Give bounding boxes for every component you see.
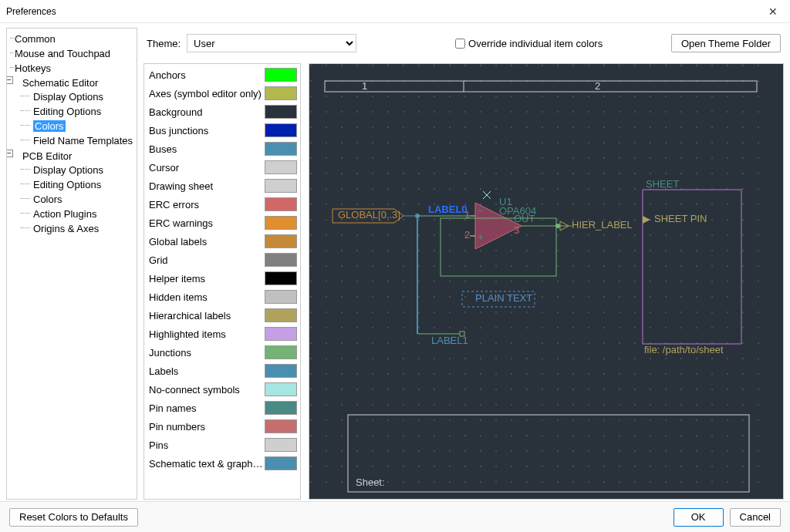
color-name: Global labels <box>149 236 265 247</box>
preferences-tree: Common Mouse and Touchpad Hotkeys − Sche… <box>6 28 137 500</box>
color-swatch[interactable] <box>265 345 297 359</box>
color-name: Pin names <box>149 402 265 414</box>
color-swatch[interactable] <box>265 253 297 267</box>
color-list[interactable]: AnchorsAxes (symbol editor only)Backgrou… <box>143 63 301 500</box>
window-title: Preferences <box>6 6 56 17</box>
color-item[interactable]: Axes (symbol editor only) <box>144 84 300 103</box>
color-swatch[interactable] <box>265 438 297 452</box>
tree-pcb-actionplugins[interactable]: Action Plugins <box>25 207 133 221</box>
color-name: Drawing sheet <box>149 180 265 192</box>
svg-rect-1 <box>309 64 772 496</box>
color-item[interactable]: ERC warnings <box>144 214 300 232</box>
color-swatch[interactable] <box>265 86 297 100</box>
ok-button[interactable]: OK <box>674 508 724 527</box>
label0: LABEL0 <box>428 204 468 215</box>
tree-hotkeys[interactable]: Hotkeys <box>7 61 137 76</box>
color-item[interactable]: Global labels <box>144 232 300 251</box>
open-theme-folder-button[interactable]: Open Theme Folder <box>671 34 781 52</box>
pin-3: 3 <box>514 224 519 236</box>
pin-1: 1 <box>464 209 470 221</box>
tree-common[interactable]: Common <box>7 32 137 46</box>
override-checkbox[interactable] <box>455 39 465 49</box>
color-item[interactable]: Pin names <box>144 399 300 417</box>
sheet-footer: Sheet: <box>356 476 385 488</box>
color-name: Labels <box>149 365 265 377</box>
color-item[interactable]: Buses <box>144 140 300 158</box>
color-item[interactable]: Drawing sheet <box>144 177 300 195</box>
sheet-pin-label: SHEET PIN <box>654 213 707 224</box>
color-item[interactable]: ERC errors <box>144 195 300 214</box>
color-swatch[interactable] <box>265 364 297 378</box>
reset-colors-button[interactable]: Reset Colors to Defaults <box>9 508 138 527</box>
color-item[interactable]: Bus junctions <box>144 121 300 140</box>
tree-pcb-display[interactable]: Display Options <box>25 163 133 177</box>
color-swatch[interactable] <box>265 308 297 322</box>
pin-2: 2 <box>464 229 470 241</box>
label1: LABEL1 <box>431 335 468 346</box>
color-name: Bus junctions <box>149 125 265 136</box>
color-name: Background <box>149 106 265 118</box>
tree-schematic-editor[interactable]: − Schematic Editor Display Options Editi… <box>7 76 137 149</box>
override-label[interactable]: Override individual item colors <box>455 38 603 49</box>
tree-mouse[interactable]: Mouse and Touchpad <box>7 46 137 61</box>
color-name: Hierarchical labels <box>149 310 265 322</box>
ruler-1: 1 <box>362 80 367 92</box>
color-name: No-connect symbols <box>149 384 265 396</box>
color-name: Hidden items <box>149 291 265 303</box>
color-swatch[interactable] <box>265 234 297 248</box>
collapse-icon[interactable]: − <box>6 150 13 157</box>
color-swatch[interactable] <box>265 456 297 470</box>
color-swatch[interactable] <box>265 216 297 230</box>
color-item[interactable]: Background <box>144 103 300 121</box>
theme-select[interactable]: User <box>187 34 356 52</box>
cancel-button[interactable]: Cancel <box>730 508 781 527</box>
tree-pcb-editing[interactable]: Editing Options <box>25 177 133 192</box>
tree-sch-colors[interactable]: Colors <box>25 119 133 133</box>
color-name: Cursor <box>149 162 265 173</box>
color-item[interactable]: Hierarchical labels <box>144 306 300 325</box>
color-swatch[interactable] <box>265 401 297 415</box>
color-swatch[interactable] <box>265 160 297 174</box>
color-swatch[interactable] <box>265 179 297 193</box>
tree-pcb-origins[interactable]: Origins & Axes <box>25 221 133 236</box>
tree-pcb-colors[interactable]: Colors <box>25 192 133 207</box>
tree-sch-display[interactable]: Display Options <box>25 89 133 104</box>
color-name: ERC warnings <box>149 217 265 229</box>
color-item[interactable]: Grid <box>144 251 300 269</box>
collapse-icon[interactable]: − <box>6 76 13 84</box>
color-item[interactable]: Schematic text & graphics <box>144 454 300 473</box>
close-icon[interactable]: ✕ <box>762 2 784 21</box>
color-swatch[interactable] <box>265 382 297 396</box>
tree-sch-editing[interactable]: Editing Options <box>25 104 133 119</box>
tree-sch-fieldnames[interactable]: Field Name Templates <box>25 133 133 148</box>
color-swatch[interactable] <box>265 123 297 137</box>
color-swatch[interactable] <box>265 105 297 119</box>
sheet-title: SHEET <box>646 178 679 190</box>
color-item[interactable]: Highlighted items <box>144 325 300 343</box>
color-item[interactable]: Anchors <box>144 66 300 84</box>
color-name: Buses <box>149 143 265 155</box>
pin-plus: + <box>478 231 484 243</box>
tree-pcb-editor[interactable]: − PCB Editor Display Options Editing Opt… <box>7 149 137 237</box>
color-swatch[interactable] <box>265 197 297 211</box>
val-opa604: OPA604 <box>499 205 536 217</box>
color-item[interactable]: Pin numbers <box>144 417 300 436</box>
color-item[interactable]: Cursor <box>144 158 300 177</box>
color-swatch[interactable] <box>265 419 297 433</box>
global-label: GLOBAL[0..3] <box>338 209 400 221</box>
color-item[interactable]: Hidden items <box>144 288 300 306</box>
color-swatch[interactable] <box>265 290 297 304</box>
color-swatch[interactable] <box>265 142 297 156</box>
color-swatch[interactable] <box>265 327 297 341</box>
color-name: Grid <box>149 254 265 266</box>
color-name: Pins <box>149 439 265 451</box>
color-item[interactable]: Labels <box>144 362 300 380</box>
color-item[interactable]: Helper items <box>144 269 300 288</box>
color-name: Anchors <box>149 69 265 81</box>
color-item[interactable]: Pins <box>144 436 300 454</box>
color-swatch[interactable] <box>265 68 297 82</box>
color-item[interactable]: Junctions <box>144 343 300 362</box>
color-swatch[interactable] <box>265 271 297 285</box>
pin-minus: − <box>478 205 484 217</box>
color-item[interactable]: No-connect symbols <box>144 380 300 399</box>
